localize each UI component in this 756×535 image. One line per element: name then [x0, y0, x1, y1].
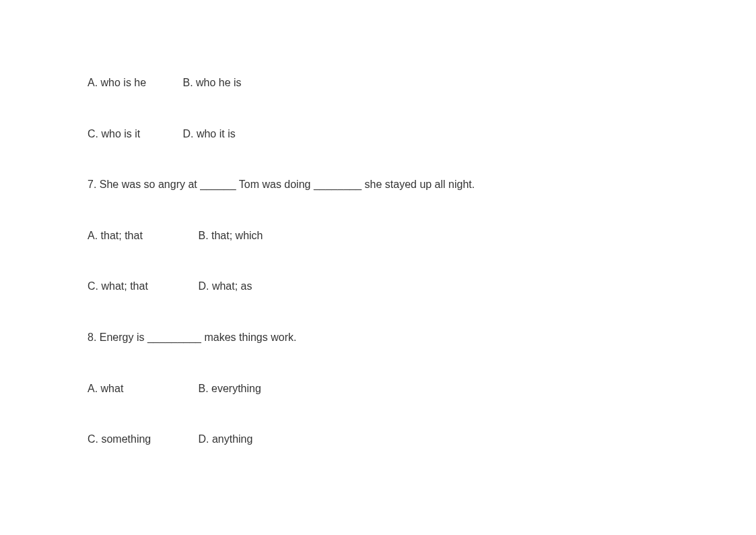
- q7-options-row2: C. what; that D. what; as: [88, 278, 668, 295]
- q7-option-c: C. what; that: [88, 278, 195, 295]
- q7-option-b: B. that; which: [198, 227, 263, 245]
- q8-options-row1: A. what B. everything: [88, 380, 668, 398]
- q8-option-d: D. anything: [198, 431, 252, 448]
- q7-question: 7. She was so angry at ______ Tom was do…: [88, 176, 668, 193]
- q8-options-row2: C. something D. anything: [88, 431, 668, 448]
- q6-option-c: C. who is it: [88, 125, 180, 143]
- q8-option-c: C. something: [88, 431, 195, 448]
- q6-option-d: D. who it is: [182, 125, 235, 143]
- q7-option-a: A. that; that: [88, 227, 195, 245]
- q8-option-b: B. everything: [198, 380, 261, 398]
- q6-option-b: B. who he is: [182, 74, 241, 92]
- q7-option-d: D. what; as: [198, 278, 252, 295]
- q6-options-row2: C. who is it D. who it is: [88, 125, 668, 143]
- q6-options-row1: A. who is he B. who he is: [88, 74, 668, 92]
- q6-option-a: A. who is he: [88, 74, 180, 92]
- q8-question: 8. Energy is _________ makes things work…: [88, 329, 668, 346]
- q7-options-row1: A. that; that B. that; which: [88, 227, 668, 245]
- document-content: A. who is he B. who he is C. who is it D…: [0, 0, 756, 448]
- q8-option-a: A. what: [88, 380, 195, 398]
